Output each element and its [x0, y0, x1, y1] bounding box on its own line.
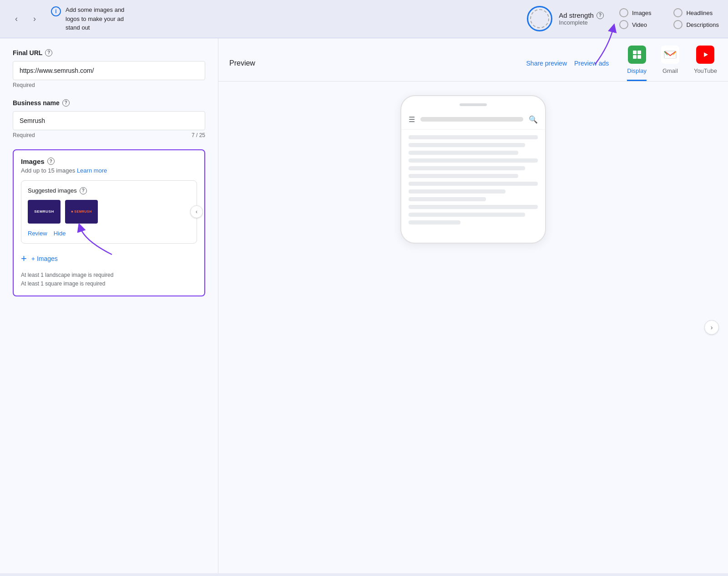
content-line-2 [409, 143, 525, 147]
tab-gmail[interactable]: Gmail [661, 46, 679, 81]
checklist-headlines: Headlines [673, 8, 719, 17]
content-line-7 [409, 182, 538, 186]
image-thumbs: SEMRUSH ■ SEMRUSH [28, 200, 190, 224]
tab-display[interactable]: Display [627, 46, 647, 81]
suggested-images-box: Suggested images ? SEMRUSH ■ SEMRUSH Rev… [21, 180, 197, 244]
share-preview-link[interactable]: Share preview [526, 60, 567, 67]
svg-rect-0 [633, 51, 637, 54]
content-line-8 [409, 189, 506, 194]
content-line-10 [409, 205, 538, 209]
final-url-hint: Required [13, 82, 205, 88]
business-name-hint: Required 7 / 25 [13, 132, 205, 138]
content-line-9 [409, 197, 486, 201]
hide-button[interactable]: Hide [54, 230, 66, 237]
images-subtitle: Add up to 15 images Learn more [21, 167, 197, 174]
business-name-input[interactable] [13, 111, 205, 130]
ad-strength-status: Incomplete [559, 19, 604, 26]
final-url-input[interactable] [13, 61, 205, 80]
ad-strength-help-icon[interactable]: ? [597, 12, 604, 19]
suggested-help-icon[interactable]: ? [80, 187, 87, 194]
thumb-2[interactable]: ■ SEMRUSH [65, 200, 98, 224]
back-arrow[interactable]: ‹ [9, 11, 24, 26]
next-preview-arrow[interactable]: › [704, 320, 719, 335]
phone-address-bar [420, 117, 523, 122]
business-name-block: Business name ? Required 7 / 25 [13, 99, 205, 138]
descriptions-check-circle [673, 20, 682, 29]
display-icon [628, 46, 646, 64]
add-images-container: + + Images [21, 250, 197, 267]
carousel-arrow[interactable]: ‹ [190, 205, 203, 218]
business-name-help-icon[interactable]: ? [62, 99, 70, 107]
ad-checklist: Images Headlines Video Descriptions [619, 8, 719, 29]
main-layout: Final URL ? Required Business name ? Req… [0, 38, 728, 573]
preview-ads-link[interactable]: Preview ads [574, 60, 609, 67]
suggested-images-label: Suggested images ? [28, 187, 190, 194]
content-line-12 [409, 220, 460, 224]
plus-icon: + [21, 254, 27, 264]
right-panel: Preview Share preview Preview ads [218, 38, 728, 573]
final-url-block: Final URL ? Required [13, 49, 205, 88]
preview-content: ☰ 🔍 › [218, 82, 728, 573]
svg-rect-1 [637, 51, 641, 54]
thumb-1[interactable]: SEMRUSH [28, 200, 61, 224]
phone-notch [460, 103, 487, 106]
content-line-5 [409, 166, 525, 170]
images-help-icon[interactable]: ? [47, 158, 55, 165]
preview-title: Preview [229, 59, 255, 67]
add-images-button[interactable]: + + Images [21, 250, 58, 267]
tab-youtube[interactable]: YouTube [694, 46, 717, 81]
youtube-icon [696, 46, 714, 64]
requirement-text: At least 1 landscape image is required A… [21, 271, 197, 288]
learn-more-link[interactable]: Learn more [77, 167, 107, 174]
phone-toolbar: ☰ 🔍 [401, 113, 545, 130]
search-icon: 🔍 [529, 115, 538, 124]
svg-rect-2 [633, 55, 637, 59]
checklist-video: Video [619, 20, 665, 29]
svg-rect-3 [637, 55, 641, 59]
final-url-label: Final URL ? [13, 49, 205, 56]
top-bar-message: Add some images andlogos to make your ad… [66, 5, 124, 32]
checklist-images: Images [619, 8, 665, 17]
images-section: Images ? Add up to 15 images Learn more … [13, 149, 205, 296]
video-check-circle [619, 20, 628, 29]
content-line-4 [409, 158, 538, 163]
nav-arrows: ‹ › [9, 11, 42, 26]
images-title: Images ? [21, 158, 197, 165]
images-check-circle [619, 8, 628, 17]
ad-strength-section: Ad strength ? Incomplete Images Headline… [527, 6, 719, 31]
phone-content [401, 130, 545, 234]
preview-header: Preview Share preview Preview ads [218, 38, 728, 82]
ad-strength-circle [527, 6, 552, 31]
checklist-descriptions: Descriptions [673, 20, 719, 29]
headlines-check-circle [673, 8, 682, 17]
review-button[interactable]: Review [28, 230, 47, 237]
info-icon: i [51, 6, 61, 16]
top-bar: ‹ › i Add some images andlogos to make y… [0, 0, 728, 38]
thumb-actions: Review Hide [28, 230, 190, 237]
final-url-help-icon[interactable]: ? [45, 49, 52, 56]
content-line-6 [409, 174, 518, 178]
ad-strength-text: Ad strength ? Incomplete [559, 11, 604, 26]
content-line-1 [409, 135, 538, 139]
phone-mockup: ☰ 🔍 [400, 95, 546, 244]
gmail-icon [661, 46, 679, 64]
preview-tabs: Display Gmail [627, 46, 717, 81]
content-line-3 [409, 151, 518, 155]
top-bar-info: i Add some images andlogos to make your … [51, 5, 518, 32]
content-line-11 [409, 213, 525, 217]
left-panel: Final URL ? Required Business name ? Req… [0, 38, 218, 573]
ad-strength-inner-ring [530, 9, 549, 28]
business-name-label: Business name ? [13, 99, 205, 107]
hamburger-icon: ☰ [409, 115, 415, 124]
ad-strength-label: Ad strength ? [559, 11, 604, 19]
forward-arrow[interactable]: › [27, 11, 42, 26]
